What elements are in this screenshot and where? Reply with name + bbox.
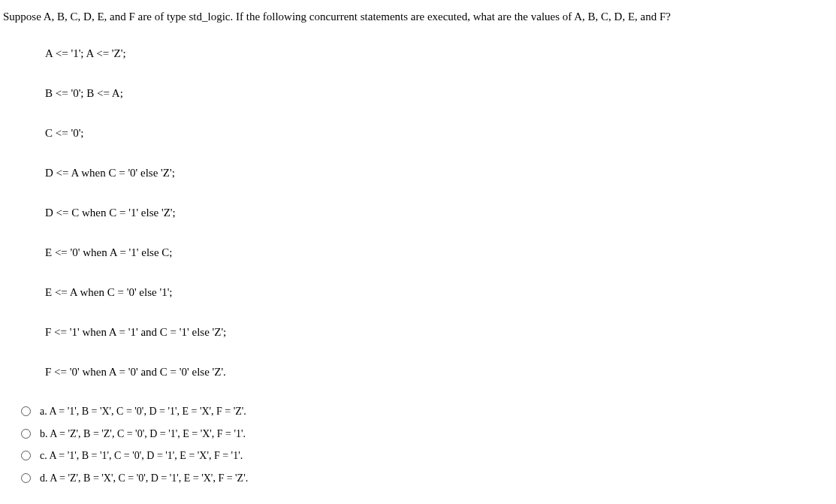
option-c[interactable]: c. A = '1', B = '1', C = '0', D = '1', E… xyxy=(21,448,833,463)
radio-icon xyxy=(21,473,31,483)
radio-icon xyxy=(21,451,31,460)
option-label: c. A = '1', B = '1', C = '0', D = '1', E… xyxy=(40,448,243,463)
radio-icon xyxy=(21,406,31,416)
code-line: A <= '1'; A <= 'Z'; xyxy=(45,46,833,62)
answer-options: a. A = '1', B = 'X', C = '0', D = '1', E… xyxy=(3,404,833,485)
code-line: F <= '0' when A = '0' and C = '0' else '… xyxy=(45,364,833,380)
option-label: d. A = 'Z', B = 'X', C = '0', D = '1', E… xyxy=(40,471,248,486)
code-line: C <= '0'; xyxy=(45,125,833,141)
option-label: b. A = 'Z', B = 'Z', C = '0', D = '1', E… xyxy=(40,427,246,442)
code-line: D <= C when C = '1' else 'Z'; xyxy=(45,205,833,221)
option-b[interactable]: b. A = 'Z', B = 'Z', C = '0', D = '1', E… xyxy=(21,427,833,442)
question-prompt: Suppose A, B, C, D, E, and F are of type… xyxy=(3,9,833,25)
code-line: F <= '1' when A = '1' and C = '1' else '… xyxy=(45,324,833,340)
option-d[interactable]: d. A = 'Z', B = 'X', C = '0', D = '1', E… xyxy=(21,471,833,486)
code-block: A <= '1'; A <= 'Z'; B <= '0'; B <= A; C … xyxy=(3,46,833,380)
radio-icon xyxy=(21,429,31,439)
code-line: D <= A when C = '0' else 'Z'; xyxy=(45,165,833,181)
option-a[interactable]: a. A = '1', B = 'X', C = '0', D = '1', E… xyxy=(21,404,833,419)
code-line: E <= A when C = '0' else '1'; xyxy=(45,285,833,300)
code-line: B <= '0'; B <= A; xyxy=(45,86,833,101)
code-line: E <= '0' when A = '1' else C; xyxy=(45,245,833,261)
option-label: a. A = '1', B = 'X', C = '0', D = '1', E… xyxy=(40,404,246,419)
